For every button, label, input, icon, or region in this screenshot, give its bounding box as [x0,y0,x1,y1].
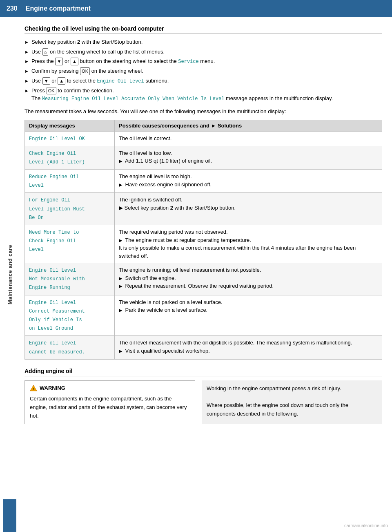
instruction-2-text: Use ⌂ on the steering wheel to call up t… [31,48,165,56]
table-row: Need More Time toCheck Engine OilLevelTh… [25,225,382,263]
instruction-3-text: Press the ▼ or ▲ button on the steering … [31,57,215,65]
warning-label: WARNING [40,384,65,393]
table-row: Engine Oil LevelNot Measurable withEngin… [25,263,382,295]
solution-main-text: The oil level measurement with the oil d… [119,339,378,347]
solution-item: ▶ Visit a qualified specialist workshop. [119,347,378,355]
solution-main-text: The engine is running; oil level measure… [119,266,378,274]
solution-main-text: The ignition is switched off. [119,196,378,204]
watermark: carmanualsonline.info [344,523,388,528]
two-col-layout: ! WARNING Certain components in the engi… [24,380,382,424]
arrow-2: ► [24,49,29,56]
info-table: Display messages Possible causes/consequ… [24,120,382,360]
solution-main-text: The oil level is correct. [119,134,378,143]
display-message-cell: Engine Oil LevelCorrect MeasurementOnly … [25,295,115,336]
table-row: Engine Oil Level OKThe oil level is corr… [25,131,382,146]
menu-engine-oil: Engine Oil Level [97,78,144,84]
instruction-4: ► Confirm by pressing OK on the steering… [24,67,382,75]
display-message-cell: Engine oil levelcannot be measured. [25,336,115,359]
kbd-up-2: ▲ [58,77,65,85]
instruction-5: ► Use ▼ or ▲ to select the Engine Oil Le… [24,77,382,85]
display-message-cell: Reduce Engine OilLevel [25,170,115,193]
kbd-down: ▼ [55,58,63,65]
col-right: Working in the engine compartment poses … [202,380,382,424]
col2-header: Possible causes/consequences and ► Solut… [115,120,382,131]
solution-cell: The oil level is correct. [115,131,382,146]
right-text-2: Where possible, let the engine cool down… [207,401,377,418]
display-message-cell: Engine Oil LevelNot Measurable withEngin… [25,263,115,295]
col-left: ! WARNING Certain components in the engi… [24,380,195,424]
arrow-6: ► [24,87,29,94]
instruction-1-text: Select key position 2 with the Start/Sto… [31,38,143,46]
col1-header: Display messages [25,120,115,131]
page-number: 230 [7,5,18,12]
sidebar-label: Maintenance and care [7,245,13,304]
display-message-cell: For Engine OilLevel Ignition MustBe On [25,193,115,225]
kbd-home: ⌂ [42,48,49,56]
solution-main-text: The oil level is too low. [119,149,378,157]
main-content: Checking the oil level using the on-boar… [20,17,392,532]
section1-heading: Checking the oil level using the on-boar… [24,25,382,34]
section2-heading: Adding engine oil [24,368,382,376]
sidebar-accent [3,499,16,532]
warning-icon: ! [30,384,37,392]
solution-item: ▶ Have excess engine oil siphoned off. [119,181,378,189]
kbd-ok-1: OK [80,67,90,75]
solution-main-text: The required waiting period was not obse… [119,228,378,236]
instruction-3: ► Press the ▼ or ▲ button on the steerin… [24,57,382,65]
arrow-5: ► [24,78,29,85]
instruction-5-text: Use ▼ or ▲ to select the Engine Oil Leve… [31,77,169,85]
solution-main-text: The vehicle is not parked on a level sur… [119,298,378,306]
instruction-6: ► Press OK to confirm the selection.The … [24,87,382,103]
solution-item: ▶ The engine must be at regular operatin… [119,236,378,244]
solution-main-text: The engine oil level is too high. [119,172,378,181]
table-row: Engine oil levelcannot be measured.The o… [25,336,382,359]
solution-extra-text: It is only possible to make a correct me… [119,244,378,260]
warning-title: ! WARNING [30,384,190,393]
warning-box: ! WARNING Certain components in the engi… [24,380,195,424]
sidebar: Maintenance and care [0,17,20,532]
instruction-6-text: Press OK to confirm the selection.The Me… [31,87,333,103]
measuring-message: Measuring Engine Oil Level Accurate Only… [42,96,224,102]
display-message-cell: Need More Time toCheck Engine OilLevel [25,225,115,263]
solution-cell: The oil level measurement with the oil d… [115,336,382,359]
table-row: Reduce Engine OilLevelThe engine oil lev… [25,170,382,193]
intro-text: The measurement takes a few seconds. You… [24,107,382,116]
solution-cell: The vehicle is not parked on a level sur… [115,295,382,336]
menu-service: Service [178,59,198,65]
warning-text: Certain components in the engine compart… [30,395,190,420]
solution-item: ▶ Select key position 2 with the Start/S… [119,204,378,212]
svg-text:!: ! [33,387,34,391]
arrow-3: ► [24,58,29,65]
solution-cell: The engine oil level is too high.▶ Have … [115,170,382,193]
header-bar: 230 Engine compartment [0,0,392,17]
display-message-cell: Check Engine OilLevel (Add 1 Liter) [25,146,115,169]
display-message-cell: Engine Oil Level OK [25,131,115,146]
kbd-ok-2: OK [47,87,56,95]
header-title: Engine compartment [26,5,91,12]
solution-cell: The ignition is switched off.▶ Select ke… [115,193,382,225]
instruction-4-text: Confirm by pressing OK on the steering w… [31,67,143,75]
solution-cell: The engine is running; oil level measure… [115,263,382,295]
solution-item: ▶ Park the vehicle on a level surface. [119,306,378,314]
instruction-1: ► Select key position 2 with the Start/S… [24,38,382,46]
instruction-2: ► Use ⌂ on the steering wheel to call up… [24,48,382,56]
solution-item: ▶ Switch off the engine. [119,274,378,282]
table-row: Check Engine OilLevel (Add 1 Liter)The o… [25,146,382,169]
kbd-down-2: ▼ [42,77,50,85]
solution-item: ▶ Repeat the measurement. Observe the re… [119,282,378,290]
instruction-list: ► Select key position 2 with the Start/S… [24,38,382,103]
solution-cell: The oil level is too low.▶ Add 1.1 US qt… [115,146,382,169]
kbd-up: ▲ [71,58,78,65]
arrow-4: ► [24,68,29,75]
table-row: Engine Oil LevelCorrect MeasurementOnly … [25,295,382,336]
right-text-1: Working in the engine compartment poses … [207,384,377,393]
solution-cell: The required waiting period was not obse… [115,225,382,263]
table-row: For Engine OilLevel Ignition MustBe OnTh… [25,193,382,225]
solution-item: ▶ Add 1.1 US qt (1.0 liter) of engine oi… [119,157,378,165]
arrow-1: ► [24,39,29,46]
